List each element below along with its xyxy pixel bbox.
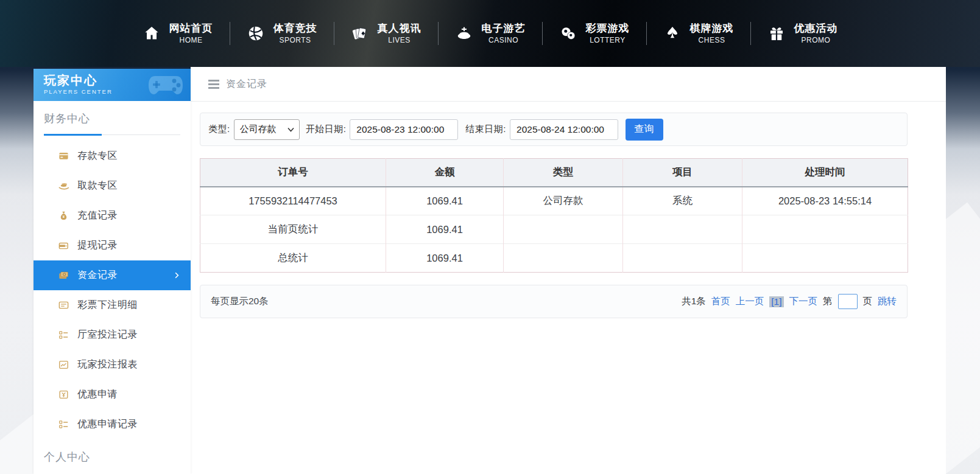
sidebar-item-label: 取款专区 [77,179,118,192]
sidebar-item-deposit-zone[interactable]: 存款专区 [33,141,191,171]
home-icon [143,24,161,43]
nav-label-en: LOTTERY [590,35,626,45]
nav-item-chess[interactable]: 棋牌游戏 CHESS [647,22,750,45]
col-amount: 金额 [386,159,504,187]
nav-label-zh: 电子游艺 [482,22,526,35]
list-icon [58,329,69,341]
sidebar-item-promo-apply[interactable]: 优惠申请 [33,380,191,410]
prev-page-link[interactable]: 上一页 [736,295,764,308]
page-title: 资金记录 [226,78,267,91]
cell-type: 公司存款 [504,187,623,215]
nav-item-home[interactable]: 网站首页 HOME [126,22,230,45]
sidebar-item-promo-apply-records[interactable]: 优惠申请记录 [33,410,191,439]
jump-link[interactable]: 跳转 [878,295,897,308]
nav-label-zh: 棋牌游戏 [690,22,734,35]
sidebar-item-label: 优惠申请 [77,388,118,401]
nav-label-zh: 彩票游戏 [586,22,630,35]
withdraw-hand-icon [58,180,69,192]
cell-amount: 1069.41 [386,215,504,244]
sidebar-item-room-bet-records[interactable]: 厅室投注记录 [33,320,191,350]
report-chart-icon [58,359,69,371]
cell-process-time: 2025-08-23 14:55:14 [742,187,908,215]
records-table: 订单号 金额 类型 项目 处理时间 1755932114477453 1069.… [200,158,908,273]
nav-item-casino[interactable]: 电子游艺 CASINO [439,22,542,45]
sidebar: 玩家中心 PLAYERS CENTER 财务中心 存款专区 [33,69,191,474]
cell-empty [623,215,742,244]
end-date-label: 结束日期: [465,124,506,135]
nav-item-lives[interactable]: 真人视讯 LIVES [334,22,438,45]
pagination-bar: 每页显示20条 共1条 首页 上一页 [1] 下一页 第 页 跳转 [200,285,908,318]
cell-empty [504,244,623,273]
cell-order-no: 1755932114477453 [200,187,386,215]
nav-label-en: LIVES [388,35,411,45]
cell-amount: 1069.41 [386,187,504,215]
table-header-row: 订单号 金额 类型 项目 处理时间 [200,159,908,187]
sidebar-item-lottery-bet-details[interactable]: 彩票下注明细 [33,290,191,320]
cell-label: 总统计 [200,244,386,273]
type-label: 类型: [208,124,230,135]
lottery-balls-icon [559,24,577,43]
per-page-label: 每页显示20条 [211,295,269,308]
cell-amount: 1069.41 [386,244,504,273]
nav-label-en: PROMO [802,35,831,45]
sidebar-item-label: 资金记录 [77,269,118,282]
col-order-no: 订单号 [200,159,386,187]
nav-item-promo[interactable]: 优惠活动 PROMO [751,22,855,45]
cell-label: 当前页统计 [200,215,386,244]
gift-icon [767,24,786,43]
filter-bar: 类型: 公司存款 开始日期: 结束日期: 查询 [200,113,908,146]
sidebar-section-divider [44,133,180,135]
sidebar-item-recharge-records[interactable]: ¥ 充值记录 [33,201,191,231]
sidebar-item-fund-records[interactable]: 资金记录 [33,260,191,290]
hamburger-icon [208,78,219,91]
top-header: 网站首页 HOME 体育竞技 SPORTS 真人视讯 [0,0,980,67]
query-button[interactable]: 查询 [626,119,663,141]
sidebar-section-finance: 财务中心 [33,101,191,130]
page-prefix: 第 [823,295,833,308]
table-row: 1755932114477453 1069.41 公司存款 系统 2025-08… [200,187,908,215]
breadcrumb: 资金记录 [191,67,946,102]
nav-label-zh: 真人视讯 [378,22,421,35]
col-process-time: 处理时间 [742,159,908,187]
sidebar-item-player-bet-report[interactable]: 玩家投注报表 [33,350,191,380]
page-jump-input[interactable] [838,294,858,309]
col-type: 类型 [504,159,623,187]
first-page-link[interactable]: 首页 [711,295,730,308]
sidebar-item-label: 存款专区 [77,150,118,162]
start-date-label: 开始日期: [306,124,347,135]
sidebar-item-label: 提现记录 [77,239,118,252]
chevron-down-icon [287,127,294,132]
nav-label-en: CASINO [488,35,518,45]
table-row-page-total: 当前页统计 1069.41 [200,215,908,244]
promo-apply-icon [58,389,69,400]
nav-item-sports[interactable]: 体育竞技 SPORTS [230,22,334,45]
sidebar-menu: 存款专区 取款专区 ¥ 充值记录 提现记录 [33,141,191,439]
sidebar-item-withdrawal-records[interactable]: 提现记录 [33,231,191,260]
content-area: 类型: 公司存款 开始日期: 结束日期: 查询 订单号 金额 类型 项目 [191,102,946,318]
ticket-icon [58,299,69,311]
next-page-link[interactable]: 下一页 [789,295,818,308]
roulette-icon [455,24,473,43]
deposit-card-icon [58,150,69,162]
list-icon [58,419,69,430]
playing-cards-icon [351,24,369,43]
cell-empty [504,215,623,244]
current-page: [1] [769,296,783,307]
cell-empty [623,244,742,273]
end-date-input[interactable] [510,119,618,140]
nav-item-lottery[interactable]: 彩票游戏 LOTTERY [543,22,646,45]
sidebar-section-personal: 个人中心 [33,439,191,468]
svg-text:¥: ¥ [63,215,65,218]
sidebar-item-withdraw-zone[interactable]: 取款专区 [33,171,191,201]
moneybag-icon: ¥ [58,210,69,221]
cell-project: 系统 [623,187,742,215]
sidebar-item-label: 玩家投注报表 [77,358,138,371]
sports-ball-icon [247,24,265,43]
nav-label-en: HOME [180,35,203,45]
start-date-input[interactable] [350,119,458,140]
type-select[interactable]: 公司存款 [234,119,300,140]
sidebar-item-label: 厅室投注记录 [77,329,138,341]
col-project: 项目 [623,159,742,187]
page-suffix: 页 [863,295,873,308]
funds-wallet-icon [58,270,69,281]
